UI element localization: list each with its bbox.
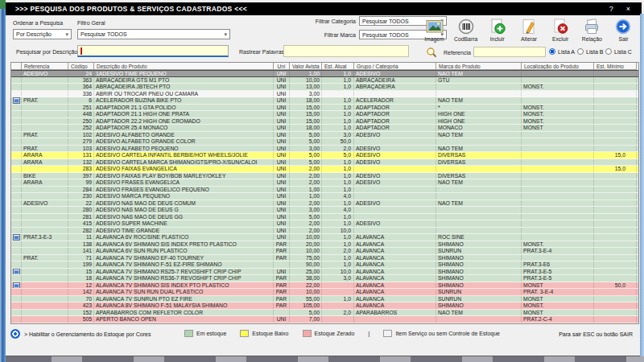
habilitar-estoque-toggle[interactable]: > Habilitar o Gerenciamento do Estoque p… [24, 331, 151, 337]
table-cell [22, 228, 68, 234]
table-row[interactable]: 230ADESIVO MARCA PEQUENOUNI1,004,0 [11, 193, 638, 200]
table-cell: SHIMANO [436, 269, 522, 275]
table-cell: 38,00 [290, 275, 322, 282]
table-cell: DIVERSAS [436, 152, 522, 158]
table-row[interactable]: ADESIVO241ADESIVO TIME PEQUENOUNI1,001,0… [11, 70, 638, 77]
codbarra-button[interactable]: CodBarra [451, 18, 481, 42]
table-row[interactable]: 18ALAVANCA 7V SHIMANO RS36-7 REVOSHIFT C… [11, 275, 638, 282]
text-caret [80, 47, 82, 55]
help-button[interactable]: ? [609, 2, 613, 15]
column-header[interactable]: Est. Atual [322, 63, 354, 70]
table-cell: 5,00 [290, 152, 322, 158]
table-row[interactable]: 141ALAVANCA 6V SUN RUN PLASTICOPAR10,002… [11, 248, 638, 255]
column-header[interactable]: Est. Minimo [594, 63, 637, 70]
radio-lista-a[interactable]: Lista A [549, 48, 575, 55]
table-cell: UNI [274, 269, 290, 275]
table-row[interactable]: PRAT.102ADESIVO ALFABETO GRANDEUNI5,003,… [11, 132, 638, 139]
table-cell: 279 [68, 138, 94, 145]
table-cell [522, 152, 594, 158]
table-row[interactable]: 279ADESIVO ALFABETO GRANDE COLORUNI5,005… [11, 138, 638, 146]
stock-colors-toggle-icon[interactable] [10, 329, 20, 339]
table-cell: ALAVANCA 7V SHIMANO F-51 EZ-FIRE SHIMANO [94, 261, 274, 268]
table-cell [322, 289, 354, 295]
table-row[interactable]: 250ADAPTADOR 22.2 HIGH ONE CROMADOUNI15,… [11, 118, 638, 125]
excluir-button[interactable]: Excluir [546, 18, 576, 42]
sair-button-label: Sair [618, 36, 628, 42]
table-row[interactable]: 70ALAVANCA 7V SUNRUN PTO EZ FIREPAR55,00… [11, 296, 638, 303]
close-button[interactable]: × [626, 2, 630, 15]
table-row[interactable]: 251ADAPTADOR 21.1 GTA POLIDOUNI15,001,0A… [11, 105, 638, 112]
table-row[interactable]: 142ALAVANCA 7V SUN RUN DUAL PLASTICOPAR1… [11, 289, 638, 296]
filtro-geral-select[interactable]: Pesquisar TODOS▾ [77, 29, 230, 39]
column-header[interactable]: Código [68, 63, 94, 70]
table-row[interactable]: 199ALAVANCA 7V SHIMANO F-51 EZ-FIRE SHIM… [11, 261, 638, 269]
pesquisar-descricao-input[interactable] [77, 45, 229, 57]
table-cell: MONST. [522, 302, 594, 309]
table-row[interactable]: PRAT.71ALAVANCA 7V SHIMANO EF-40 TOURNEY… [11, 255, 638, 262]
table-cell: ADESIVO [354, 159, 436, 166]
table-row[interactable]: PRAT.6ACELERADOR BUZINA BIKE PTOUNI18,00… [11, 97, 638, 105]
table-cell [594, 261, 637, 268]
row-icon-cell [11, 111, 22, 117]
table-cell: ADAPTADOR 21.1 GTA POLIDO [94, 105, 274, 111]
taskbar-strip[interactable] [0, 356, 644, 362]
table-row[interactable]: BIKE397ADESIVO FAIXAS PLAY BOY/BOB MARLE… [11, 173, 638, 180]
column-header[interactable] [11, 63, 22, 70]
table-cell: ADESIVO ALFABETO GRANDE [94, 132, 274, 138]
table-row[interactable]: 415ADESIVO SUPER MACHINEUNI2,001,0ADESIV… [11, 220, 638, 228]
column-header[interactable]: Localização do Produto [522, 63, 594, 70]
table-row[interactable]: ARARA131ADESIVO CARTELA INFANTIL BERBIE/… [11, 152, 638, 159]
table-row[interactable]: 336ABRIR OU TROCAR PNEU OU CAMARAUNI3,00 [11, 91, 638, 98]
table-row[interactable]: 12ALAVANCA 7V SHIMANO SIS INDEX PTO PLAS… [11, 282, 638, 290]
table-cell: 2,00 [290, 173, 322, 179]
table-cell [436, 138, 522, 145]
rastrear-input[interactable] [283, 45, 409, 57]
table-cell: 283 [68, 166, 94, 172]
table-row[interactable]: 448ADAPTADOR 21.1 HIGH ONE PRATAUNI15,00… [11, 111, 638, 118]
table-row[interactable]: 364ABRAÇADEIRA JBTECH PTOUNI13,001,0ABRA… [11, 84, 638, 91]
column-header[interactable]: Marca do Produto [436, 63, 522, 70]
referencia-input[interactable] [473, 47, 546, 57]
alterar-button[interactable]: Alterar [514, 18, 543, 42]
table-row[interactable]: 252ADAPTADOR 25.4 MONACOUNI18,001,0ADAPT… [11, 125, 638, 132]
table-row[interactable]: 152APARABARROS COM REFLETOR COLOR5,002,0… [11, 310, 638, 317]
table-row[interactable]: 282ADESIVO TIME GRANDEUNI2,0010,0 [11, 228, 638, 235]
table-cell: 6 [68, 97, 94, 104]
table-row[interactable]: 505APERTO BANCO OPENUNI7,00PRAT.2-C-4 [11, 316, 638, 323]
incluir-button[interactable]: Incluir [482, 18, 512, 42]
table-row[interactable]: 280ADESIVO NAS MAO DE DEUS GUNI3,004,0 [11, 207, 638, 214]
column-header[interactable]: Descrição do Produto [94, 63, 274, 70]
column-header[interactable]: Grupo / Categoria [354, 63, 436, 70]
sair-button[interactable]: Sair [609, 18, 638, 42]
row-icon-cell [11, 296, 22, 302]
column-header[interactable]: Uni [274, 63, 290, 70]
table-row[interactable]: PRAT.3-E-311ALAVANCA 6V ROC/SINE PLASTIC… [11, 234, 638, 241]
imagem-button-label: Imagem [424, 36, 444, 42]
table-row[interactable]: 284ADESIVO FRASES EVANGELICO PEQUENOUNI1… [11, 187, 638, 194]
radio-lista-b[interactable]: Lista B [577, 48, 603, 55]
ordenar-select[interactable]: Por Descrição▾ [13, 29, 72, 39]
table-row[interactable]: ADESIVO22ADESIVO NAS MAO DE DEUS COMUMUN… [11, 200, 638, 208]
table-cell: HIGH ONE [436, 118, 522, 125]
table-row[interactable]: 138ALAVANCA 6V SHIMANO SIS INDEX PRETO P… [11, 241, 638, 249]
column-header[interactable]: Valor Avista [290, 63, 322, 70]
table-cell: 1,0 [322, 241, 354, 248]
table-row[interactable]: 283ADESIVO FAIXAS EVANGELICAUNI2,001,015… [11, 166, 638, 173]
column-header[interactable]: Referencia [22, 63, 68, 70]
row-icon-cell [11, 207, 22, 213]
radio-lista-c[interactable]: Lista C [605, 48, 632, 55]
relacao-button[interactable]: Relação [577, 18, 607, 42]
table-row[interactable]: 15ALAVANCA 7V SHIMANO RS25-7 REVOSHIFT C… [11, 269, 638, 276]
table-row[interactable]: ARARA99ADESIVO FRASES EVANGELICAUNI2,001… [11, 179, 638, 187]
table-cell [594, 187, 637, 193]
table-row[interactable]: 363ABRAÇADEIRA GTS M1 PTOUNI10,001,0ABRA… [11, 77, 638, 84]
table-cell: UNI [274, 97, 290, 104]
row-icon-cell [11, 310, 22, 316]
table-cell: 15 [68, 269, 94, 275]
table-row[interactable]: ARARA132ADESIVO CARTELA MARCA SHIMANO/GT… [11, 159, 638, 167]
table-row[interactable]: 423ALAVANCA 8V SHIMANO F-51 MALAYSIA SHI… [11, 302, 638, 310]
imagem-button[interactable]: Imagem [419, 18, 449, 42]
table-cell: 1,00 [290, 187, 322, 193]
table-row[interactable]: 281ADESIVO NAS MAO DE DEUS GGUNI5,001,0 [11, 214, 638, 221]
table-row[interactable]: PRAT.103ADESIVO ALFABETO PEQUENOUNI3,002… [11, 146, 638, 153]
